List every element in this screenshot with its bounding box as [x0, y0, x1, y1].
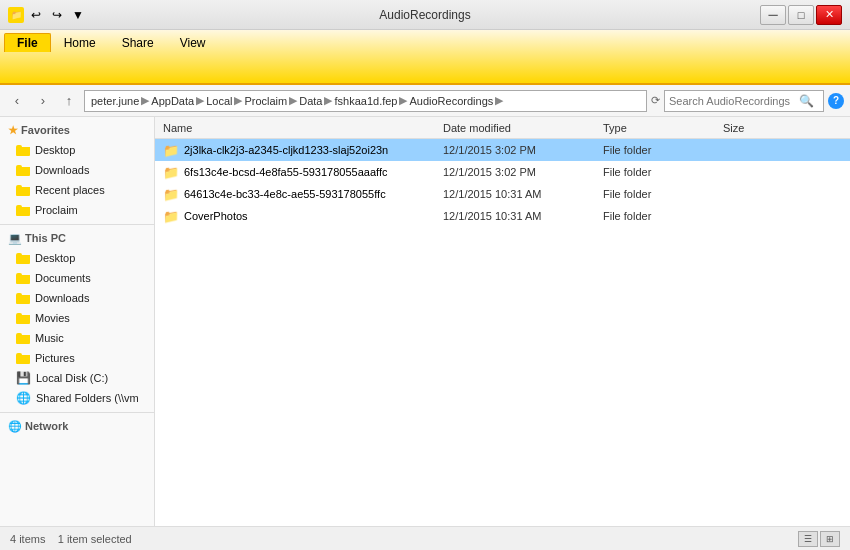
- folder-icon: 📁: [163, 209, 179, 224]
- path-2: AppData: [151, 95, 194, 107]
- sidebar-item-desktop-pc[interactable]: Desktop: [0, 248, 154, 268]
- column-headers: Name Date modified Type Size: [155, 117, 850, 139]
- sidebar-item-desktop-fav[interactable]: Desktop: [0, 140, 154, 160]
- sidebar-item-downloads-pc[interactable]: Downloads: [0, 288, 154, 308]
- nav-up-button[interactable]: ↑: [58, 90, 80, 112]
- window-title: AudioRecordings: [379, 8, 470, 22]
- sidebar-item-documents[interactable]: Documents: [0, 268, 154, 288]
- sidebar-item-downloads-fav[interactable]: Downloads: [0, 160, 154, 180]
- ribbon-tabs: File Home Share View: [0, 30, 850, 52]
- folder-icon: 📁: [163, 143, 179, 158]
- nav-forward-button[interactable]: ›: [32, 90, 54, 112]
- sidebar-group-favorites[interactable]: ★ Favorites: [0, 121, 154, 140]
- folder-icon: [16, 353, 30, 364]
- disk-icon: 💾: [16, 371, 31, 385]
- file-name-cell: 📁 2j3lka-clk2j3-a2345-cljkd1233-slaj52oi…: [163, 143, 443, 158]
- close-button[interactable]: ✕: [816, 5, 842, 25]
- main-area: ★ Favorites Desktop Downloads Recent pla…: [0, 117, 850, 526]
- path-5: Data: [299, 95, 322, 107]
- folder-icon: [16, 253, 30, 264]
- path-3: Local: [206, 95, 232, 107]
- table-row[interactable]: 📁 CoverPhotos 12/1/2015 10:31 AM File fo…: [155, 205, 850, 227]
- quick-access-dropdown[interactable]: ▼: [69, 6, 87, 24]
- folder-icon: [16, 273, 30, 284]
- search-input[interactable]: [669, 95, 799, 107]
- sidebar-item-localdisk[interactable]: 💾 Local Disk (C:): [0, 368, 154, 388]
- file-name-cell: 📁 CoverPhotos: [163, 209, 443, 224]
- folder-icon: [16, 293, 30, 304]
- help-button[interactable]: ?: [828, 93, 844, 109]
- sidebar-divider-1: [0, 224, 154, 225]
- sidebar-item-proclaim[interactable]: Proclaim: [0, 200, 154, 220]
- maximize-button[interactable]: □: [788, 5, 814, 25]
- sidebar-section-thispc: 💻 This PC Desktop Documents Downloads Mo…: [0, 229, 154, 408]
- sidebar: ★ Favorites Desktop Downloads Recent pla…: [0, 117, 155, 526]
- tab-home[interactable]: Home: [51, 33, 109, 52]
- folder-icon: [16, 205, 30, 216]
- path-6: fshkaa1d.fep: [334, 95, 397, 107]
- file-type-cell: File folder: [603, 144, 723, 156]
- tab-share[interactable]: Share: [109, 33, 167, 52]
- path-7: AudioRecordings: [409, 95, 493, 107]
- star-icon: ★: [8, 124, 18, 136]
- folder-icon: [16, 313, 30, 324]
- sidebar-divider-2: [0, 412, 154, 413]
- nav-back-button[interactable]: ‹: [6, 90, 28, 112]
- folder-icon: [16, 145, 30, 156]
- view-details-button[interactable]: ☰: [798, 531, 818, 547]
- col-header-size[interactable]: Size: [723, 122, 803, 134]
- file-type-cell: File folder: [603, 166, 723, 178]
- address-path[interactable]: peter.june ▶ AppData ▶ Local ▶ Proclaim …: [84, 90, 647, 112]
- col-header-type[interactable]: Type: [603, 122, 723, 134]
- file-type-cell: File folder: [603, 188, 723, 200]
- sidebar-group-thispc[interactable]: 💻 This PC: [0, 229, 154, 248]
- quick-access: 📁 ↩ ↪ ▼: [8, 6, 87, 24]
- status-bar: 4 items 1 item selected ☰ ⊞: [0, 526, 850, 550]
- col-header-name[interactable]: Name: [163, 122, 443, 134]
- status-item-count: 4 items 1 item selected: [10, 533, 132, 545]
- ribbon-content: [0, 52, 850, 85]
- window-controls: ─ □ ✕: [760, 5, 842, 25]
- sidebar-section-network: 🌐 Network: [0, 417, 154, 436]
- table-row[interactable]: 📁 2j3lka-clk2j3-a2345-cljkd1233-slaj52oi…: [155, 139, 850, 161]
- tab-view[interactable]: View: [167, 33, 219, 52]
- file-list: 📁 2j3lka-clk2j3-a2345-cljkd1233-slaj52oi…: [155, 139, 850, 227]
- tab-file[interactable]: File: [4, 33, 51, 52]
- app-icon: 📁: [8, 7, 24, 23]
- title-bar: 📁 ↩ ↪ ▼ AudioRecordings ─ □ ✕: [0, 0, 850, 30]
- file-name-cell: 📁 64613c4e-bc33-4e8c-ae55-593178055ffc: [163, 187, 443, 202]
- view-tiles-button[interactable]: ⊞: [820, 531, 840, 547]
- view-buttons: ☰ ⊞: [798, 531, 840, 547]
- quick-access-back[interactable]: ↩: [27, 6, 45, 24]
- title-bar-left: 📁 ↩ ↪ ▼: [8, 6, 87, 24]
- network-icon: 🌐: [8, 420, 22, 432]
- sidebar-section-favorites: ★ Favorites Desktop Downloads Recent pla…: [0, 121, 154, 220]
- address-bar: ‹ › ↑ peter.june ▶ AppData ▶ Local ▶ Pro…: [0, 85, 850, 117]
- sidebar-item-shared[interactable]: 🌐 Shared Folders (\\vm: [0, 388, 154, 408]
- sidebar-item-pictures[interactable]: Pictures: [0, 348, 154, 368]
- network-folder-icon: 🌐: [16, 391, 31, 405]
- folder-icon: 📁: [163, 187, 179, 202]
- sidebar-item-music[interactable]: Music: [0, 328, 154, 348]
- file-date-cell: 12/1/2015 10:31 AM: [443, 188, 603, 200]
- folder-icon: [16, 333, 30, 344]
- table-row[interactable]: 📁 64613c4e-bc33-4e8c-ae55-593178055ffc 1…: [155, 183, 850, 205]
- content-area: Name Date modified Type Size 📁 2j3lka-cl…: [155, 117, 850, 526]
- minimize-button[interactable]: ─: [760, 5, 786, 25]
- path-4: Proclaim: [244, 95, 287, 107]
- col-header-date[interactable]: Date modified: [443, 122, 603, 134]
- folder-icon: [16, 165, 30, 176]
- folder-icon: 📁: [163, 165, 179, 180]
- ribbon: File Home Share View: [0, 30, 850, 85]
- sidebar-group-network[interactable]: 🌐 Network: [0, 417, 154, 436]
- sidebar-item-movies[interactable]: Movies: [0, 308, 154, 328]
- sidebar-item-recent[interactable]: Recent places: [0, 180, 154, 200]
- computer-icon: 💻: [8, 232, 22, 244]
- search-box[interactable]: 🔍: [664, 90, 824, 112]
- folder-icon: [16, 185, 30, 196]
- quick-access-forward[interactable]: ↪: [48, 6, 66, 24]
- table-row[interactable]: 📁 6fs13c4e-bcsd-4e8fa55-593178055aaaffc …: [155, 161, 850, 183]
- file-date-cell: 12/1/2015 10:31 AM: [443, 210, 603, 222]
- refresh-button[interactable]: ⟳: [651, 94, 660, 107]
- search-icon[interactable]: 🔍: [799, 94, 814, 108]
